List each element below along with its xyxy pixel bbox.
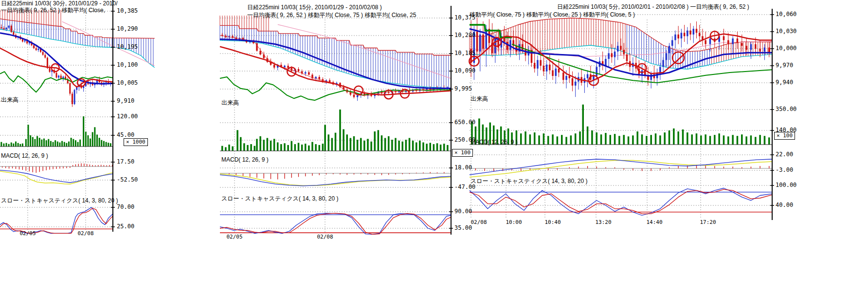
axis-label: 9,995 xyxy=(454,86,472,92)
axis-label: 10,375 xyxy=(454,15,475,21)
axis-label: 25.00 xyxy=(117,223,134,230)
axis-label: 350.00 xyxy=(776,106,796,112)
axis-label: 40.00 xyxy=(776,202,793,208)
time-axis-label: 02/05 xyxy=(226,234,242,240)
axis-label: 9,970 xyxy=(776,62,793,69)
time-axis-label: 02/08 xyxy=(77,231,93,237)
volume-section-label: 出来高 xyxy=(1,97,18,103)
axis-label: 100.00 xyxy=(776,182,796,188)
time-axis-label: 13:20 xyxy=(595,220,611,225)
axis-label: 10,385 xyxy=(117,8,138,14)
axis-label: 650.00 xyxy=(454,119,475,126)
axis-label: 10,100 xyxy=(117,62,138,68)
axis-label: 120.00 xyxy=(117,113,138,120)
stochastics-section-label: スロー・ストキャスティクス( 14, 3, 80, 20 ) xyxy=(221,196,338,202)
chart-subtitle: 移動平均( Close, 75 ) 移動平均( Close, 25 ) 移動平均… xyxy=(470,12,761,18)
axis-label: 10,195 xyxy=(117,44,138,50)
axis-label: 10,090 xyxy=(454,68,475,74)
time-axis-label: 10:40 xyxy=(544,220,561,225)
axis-label: 90.00 xyxy=(454,208,472,215)
chart-title: 日経225mini 10/03( 30分, 2010/01/29 - 2010/ xyxy=(1,0,128,7)
time-axis-label: 02/05 xyxy=(19,231,36,237)
volume-unit-box: × 100 xyxy=(452,149,473,157)
axis-label: 10,290 xyxy=(117,26,138,32)
chart-subtitle: 一目均衡表( 9, 26, 52 ) 移動平均( Close, 75 ) 移動平… xyxy=(247,12,451,18)
axis-label: 140.00 xyxy=(776,127,796,133)
axis-label: 10,060 xyxy=(776,11,796,18)
axis-label: 9,910 xyxy=(117,98,134,104)
stochastics-section-label: スロー・ストキャスティクス( 14, 3, 80, 20 ) xyxy=(470,178,587,184)
axis-label: 10,185 xyxy=(454,50,475,56)
macd-section-label: MACD( 12, 26, 9 ) xyxy=(1,153,48,159)
time-axis-label: 02/08 xyxy=(470,220,487,225)
axis-label: 10,000 xyxy=(776,45,796,52)
axis-label: 10,005 xyxy=(117,80,138,86)
axis-label: -52.50 xyxy=(117,177,138,183)
stochastics-section-label: スロー・ストキャスティクス( 14, 3, 80, 20 ) xyxy=(1,198,118,204)
axis-label: 22.00 xyxy=(776,151,793,158)
chart-title: 日経225mini 10/03( 15分, 2010/01/29 - 2010/… xyxy=(247,4,539,11)
volume-unit-box: × 1000 xyxy=(124,138,148,146)
axis-label: 35.00 xyxy=(454,225,472,231)
time-axis-label: 02/08 xyxy=(317,234,333,240)
macd-section-label: MACD( 12, 26, 9 ) xyxy=(470,139,518,146)
axis-label: 45.00 xyxy=(117,132,134,138)
chart-title: 日経225mini 10/03( 5分, 2010/02/01 - 2010/0… xyxy=(557,4,771,10)
chart-subtitle: 一目均衡表( 9, 26, 52 ) 移動平均( Close, xyxy=(1,7,128,14)
axis-label: -3.00 xyxy=(776,167,793,173)
axis-label: 10,280 xyxy=(454,32,475,38)
volume-section-label: 出来高 xyxy=(470,96,488,102)
axis-label: 10,030 xyxy=(776,28,796,35)
axis-label: -47.00 xyxy=(454,184,475,190)
charting-workspace: 日経225mini 10/03( 30分, 2010/01/29 - 2010/… xyxy=(0,0,868,294)
axis-label: 250.00 xyxy=(454,137,475,143)
time-axis-label: 10:00 xyxy=(506,220,522,225)
axis-label: 18.00 xyxy=(454,165,472,171)
volume-section-label: 出来高 xyxy=(221,100,239,106)
macd-section-label: MACD( 12, 26, 9 ) xyxy=(221,157,269,163)
axis-label: 70.00 xyxy=(117,204,134,210)
axis-label: 17.50 xyxy=(117,159,134,165)
time-axis-label: 17:20 xyxy=(700,220,716,225)
axis-label: 9,940 xyxy=(776,79,793,86)
time-axis-label: 14:40 xyxy=(646,220,662,225)
